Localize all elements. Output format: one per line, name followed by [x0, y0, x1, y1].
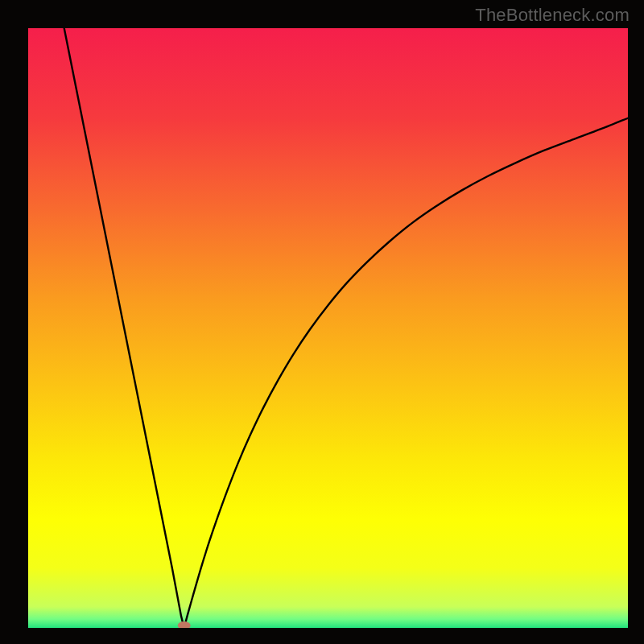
- watermark-text: TheBottleneck.com: [475, 5, 630, 26]
- gradient-background: [28, 28, 628, 628]
- bottleneck-chart: [28, 28, 628, 628]
- chart-container: TheBottleneck.com: [0, 0, 644, 644]
